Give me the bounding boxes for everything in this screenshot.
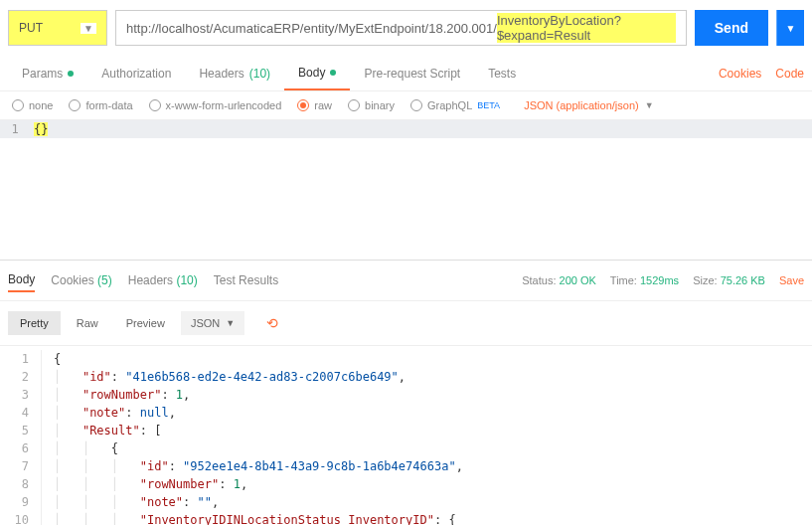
radio-icon: [410, 99, 422, 111]
url-highlighted: InventoryByLocation?$expand=Result: [497, 13, 676, 43]
line-number: 6: [0, 439, 42, 457]
response-tab-body[interactable]: Body: [8, 268, 35, 292]
time-meta: Time: 1529ms: [610, 274, 679, 286]
response-tab-headers[interactable]: Headers (10): [128, 269, 198, 291]
line-content: {}: [30, 120, 812, 138]
view-raw-button[interactable]: Raw: [65, 311, 110, 335]
status-meta: Status: 200 OK: [522, 274, 596, 286]
line-number: 1: [0, 350, 42, 368]
view-preview-button[interactable]: Preview: [114, 311, 177, 335]
radio-icon: [69, 99, 81, 111]
request-bar: PUT ▼ http://localhost/AcumaticaERP/enti…: [0, 0, 812, 56]
line-content: │ "note": null,: [42, 404, 176, 422]
tab-body[interactable]: Body: [284, 56, 350, 90]
response-format-dropdown[interactable]: JSON ▼: [181, 311, 244, 335]
tab-tests[interactable]: Tests: [474, 56, 530, 90]
response-meta: Status: 200 OK Time: 1529ms Size: 75.26 …: [522, 274, 804, 286]
view-pretty-button[interactable]: Pretty: [8, 311, 61, 335]
wrap-lines-icon[interactable]: ⟲: [256, 309, 288, 337]
line-content: │ │ │ "note": "",: [42, 493, 219, 511]
tab-params[interactable]: Params: [8, 56, 87, 90]
radio-urlencoded[interactable]: x-www-form-urlencoded: [149, 99, 282, 111]
size-meta: Size: 75.26 KB: [693, 274, 765, 286]
radio-icon: [297, 99, 309, 111]
tab-authorization[interactable]: Authorization: [87, 56, 185, 90]
json-line: 2│ "id": "41e6b568-ed2e-4e42-ad83-c2007c…: [0, 368, 812, 386]
line-content: │ "Result": [: [42, 422, 161, 439]
response-tab-tests[interactable]: Test Results: [214, 269, 278, 291]
line-number: 7: [0, 457, 42, 475]
line-content: │ │ │ "InventoryIDINLocationStatus_Inven…: [42, 511, 456, 525]
line-number: 9: [0, 493, 42, 511]
json-line: 4│ "note": null,: [0, 404, 812, 422]
response-tabs: Body Cookies (5) Headers (10) Test Resul…: [0, 260, 812, 301]
json-line: 3│ "rowNumber": 1,: [0, 386, 812, 404]
json-line: 6│ │ {: [0, 439, 812, 457]
cookies-link[interactable]: Cookies: [719, 67, 761, 81]
editor-line: 1 {}: [0, 120, 812, 138]
chevron-down-icon: ▼: [81, 23, 96, 34]
code-link[interactable]: Code: [775, 67, 804, 81]
request-body-editor[interactable]: 1 {}: [0, 120, 812, 260]
url-prefix: http://localhost/AcumaticaERP/entity/MyE…: [126, 21, 497, 36]
json-line: 8│ │ │ "rowNumber": 1,: [0, 475, 812, 493]
response-body-editor[interactable]: 1{2│ "id": "41e6b568-ed2e-4e42-ad83-c200…: [0, 346, 812, 525]
radio-icon: [12, 99, 24, 111]
content-type-dropdown[interactable]: JSON (application/json) ▼: [524, 99, 653, 111]
http-method-dropdown[interactable]: PUT ▼: [8, 10, 107, 46]
json-line: 10│ │ │ "InventoryIDINLocationStatus_Inv…: [0, 511, 812, 525]
radio-icon: [348, 99, 360, 111]
line-number: 5: [0, 422, 42, 439]
save-response-link[interactable]: Save: [779, 274, 804, 286]
send-dropdown-button[interactable]: ▼: [776, 10, 804, 46]
json-line: 5│ "Result": [: [0, 422, 812, 439]
json-line: 1{: [0, 350, 812, 368]
line-number: 2: [0, 368, 42, 386]
radio-binary[interactable]: binary: [348, 99, 395, 111]
line-number: 1: [0, 120, 30, 138]
chevron-down-icon: ▼: [226, 318, 235, 328]
radio-raw[interactable]: raw: [297, 99, 332, 111]
line-number: 4: [0, 404, 42, 422]
tab-prerequest[interactable]: Pre-request Script: [350, 56, 474, 90]
line-content: │ │ │ "rowNumber": 1,: [42, 475, 247, 493]
line-content: │ │ {: [42, 439, 118, 457]
radio-none[interactable]: none: [12, 99, 53, 111]
indicator-dot-icon: [330, 70, 336, 76]
line-content: │ "id": "41e6b568-ed2e-4e42-ad83-c2007c6…: [42, 368, 406, 386]
url-input[interactable]: http://localhost/AcumaticaERP/entity/MyE…: [115, 10, 687, 46]
json-line: 9│ │ │ "note": "",: [0, 493, 812, 511]
indicator-dot-icon: [68, 71, 74, 77]
tab-headers[interactable]: Headers(10): [185, 56, 284, 90]
radio-graphql[interactable]: GraphQLBETA: [410, 99, 500, 111]
radio-icon: [149, 99, 161, 111]
response-tab-cookies[interactable]: Cookies (5): [51, 269, 111, 291]
json-line: 7│ │ │ "id": "952ee1e4-8b41-43a9-9c8b-1a…: [0, 457, 812, 475]
response-view-bar: Pretty Raw Preview JSON ▼ ⟲: [0, 301, 812, 346]
line-number: 10: [0, 511, 42, 525]
request-tabs: Params Authorization Headers(10) Body Pr…: [0, 56, 812, 91]
method-label: PUT: [19, 21, 43, 35]
radio-formdata[interactable]: form-data: [69, 99, 132, 111]
line-content: │ "rowNumber": 1,: [42, 386, 190, 404]
line-number: 3: [0, 386, 42, 404]
send-button[interactable]: Send: [695, 10, 768, 46]
line-number: 8: [0, 475, 42, 493]
line-content: │ │ │ "id": "952ee1e4-8b41-43a9-9c8b-1a6…: [42, 457, 463, 475]
tabs-right-links: Cookies Code: [719, 67, 804, 81]
line-content: {: [42, 350, 61, 368]
chevron-down-icon: ▼: [645, 100, 654, 110]
body-type-row: none form-data x-www-form-urlencoded raw…: [0, 91, 812, 120]
